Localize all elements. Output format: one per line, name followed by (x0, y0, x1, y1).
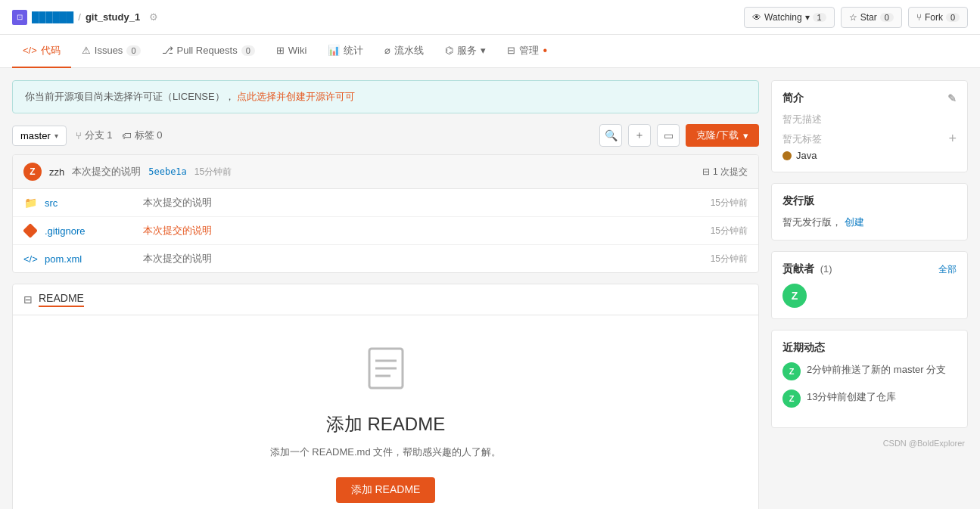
clone-dropdown-icon: ▾ (743, 130, 748, 141)
tab-wiki[interactable]: ⊞ Wiki (266, 35, 318, 68)
lang-dot-icon (782, 151, 792, 160)
file-commit-gitignore: 本次提交的说明 (143, 224, 703, 237)
readme-section: ⊟ README 添加 README 添加一个 README.md 文件，帮助感… (12, 284, 759, 509)
release-title: 发行版 (782, 194, 957, 208)
tags-stat: 🏷 标签 0 (122, 129, 163, 142)
activity-text-1: 2分钟前推送了新的 master 分支 (807, 362, 946, 377)
readme-big-icon (28, 346, 743, 400)
tab-manage-label: 管理 (519, 44, 539, 57)
settings-icon[interactable]: ⚙ (149, 11, 158, 23)
readme-body: 添加 README 添加一个 README.md 文件，帮助感兴趣的人了解。 添… (13, 315, 758, 509)
watching-label: Watching (764, 12, 802, 23)
username[interactable]: ██████ (32, 11, 73, 23)
issues-badge: 0 (126, 45, 140, 56)
contributors-all-link[interactable]: 全部 (938, 263, 957, 276)
file-name-gitignore[interactable]: .gitignore (45, 225, 135, 237)
contributors-title: 贡献者 (782, 262, 814, 275)
file-table: Z zzh 本次提交的说明 5eebe1a 15分钟前 ⊟ 1 次提交 📁 sr… (12, 154, 759, 273)
add-readme-button[interactable]: 添加 README (336, 477, 436, 503)
content-left: 你当前开源项目尚未选择许可证（LICENSE）， 点此选择并创建开源许可可 ma… (12, 80, 759, 509)
watching-count: 1 (813, 13, 826, 22)
contributor-avatar[interactable]: Z (782, 284, 807, 308)
readme-header: ⊟ README (13, 284, 758, 315)
clone-button[interactable]: 克隆/下载 ▾ (686, 124, 759, 147)
file-commit-src: 本次提交的说明 (143, 196, 703, 209)
commit-count: ⊟ 1 次提交 (702, 166, 748, 178)
commit-time: 15分钟前 (194, 166, 232, 178)
eye-icon: 👁 (752, 12, 761, 23)
tab-pipeline[interactable]: ⌀ 流水线 (374, 35, 434, 68)
fork-button[interactable]: ⑂ Fork 0 (908, 7, 968, 28)
app-icon-symbol: ⊡ (17, 13, 23, 21)
star-label: Star (860, 12, 877, 23)
tab-wiki-label: Wiki (288, 45, 307, 56)
add-file-button[interactable]: ＋ (628, 124, 651, 147)
sidebar: 简介 ✎ 暂无描述 暂无标签 + Java 发行版 暂无发行版， 创建 (771, 80, 968, 509)
intro-section: 简介 ✎ 暂无描述 暂无标签 + Java (771, 80, 968, 172)
pulls-badge: 0 (241, 45, 255, 56)
intro-title-text: 简介 (782, 92, 804, 105)
star-button[interactable]: ☆ Star 0 (841, 7, 902, 28)
tag-icon: 🏷 (122, 130, 132, 141)
nav-tabs: </> 代码 ⚠ Issues 0 ⎇ Pull Requests 0 ⊞ Wi… (0, 35, 980, 68)
no-tags-text: 暂无标签 (782, 132, 822, 146)
add-tag-button[interactable]: + (948, 131, 957, 147)
commit-hash[interactable]: 5eebe1a (148, 166, 187, 177)
activity-avatar-2: Z (782, 390, 801, 408)
branches-label: 分支 1 (85, 129, 113, 142)
edit-intro-icon[interactable]: ✎ (947, 92, 957, 104)
contributors-title-wrap: 贡献者 (1) (782, 262, 832, 276)
file-name-src[interactable]: src (45, 197, 135, 209)
branches-stat: ⑂ 分支 1 (76, 129, 113, 142)
tab-code[interactable]: </> 代码 (12, 35, 71, 68)
tags-row: 暂无标签 + (782, 131, 957, 147)
tab-pulls[interactable]: ⎇ Pull Requests 0 (151, 35, 266, 68)
intro-title: 简介 ✎ (782, 92, 957, 105)
release-title-text: 发行版 (782, 194, 814, 208)
banner-text: 你当前开源项目尚未选择许可证（LICENSE）， (25, 91, 235, 102)
create-release-link[interactable]: 创建 (845, 216, 864, 228)
watching-button[interactable]: 👁 Watching ▾ 1 (744, 7, 835, 28)
readme-header-title: README (39, 292, 84, 307)
terminal-icon: ▭ (664, 129, 674, 141)
tab-manage[interactable]: ⊟ 管理 • (496, 35, 558, 68)
readme-add-title: 添加 README (28, 412, 743, 436)
folder-icon: 📁 (23, 197, 37, 209)
banner-link[interactable]: 点此选择并创建开源许可可 (237, 91, 355, 102)
activity-title: 近期动态 (782, 341, 957, 355)
no-release-text: 暂无发行版， (782, 216, 842, 228)
breadcrumb-separator: / (78, 11, 81, 23)
table-row: 📁 src 本次提交的说明 15分钟前 (13, 189, 758, 217)
file-name-pom[interactable]: pom.xml (45, 253, 135, 265)
activity-text-2: 13分钟前创建了仓库 (807, 390, 896, 405)
tab-stats-label: 统计 (344, 44, 363, 57)
watching-dropdown-icon: ▾ (805, 12, 810, 23)
tab-issues[interactable]: ⚠ Issues 0 (71, 35, 151, 68)
app-icon: ⊡ (12, 10, 27, 25)
topbar: ⊡ ██████ / git_study_1 ⚙ 👁 Watching ▾ 1 … (0, 0, 980, 35)
readme-description: 添加一个 README.md 文件，帮助感兴趣的人了解。 (28, 445, 743, 459)
tags-label: 标签 0 (135, 129, 163, 142)
activity-title-text: 近期动态 (782, 341, 825, 355)
plus-icon: ＋ (634, 129, 645, 142)
no-desc-text: 暂无描述 (782, 113, 957, 126)
main-content: 你当前开源项目尚未选择许可证（LICENSE）， 点此选择并创建开源许可可 ma… (0, 68, 980, 509)
repo-name[interactable]: git_study_1 (86, 11, 140, 23)
tab-stats[interactable]: 📊 统计 (317, 35, 374, 68)
contributors-count: (1) (820, 263, 832, 275)
pulls-icon: ⎇ (162, 45, 173, 56)
language-row: Java (782, 150, 957, 161)
branch-name: master (20, 130, 51, 141)
code-icon: </> (23, 45, 37, 56)
branch-selector[interactable]: master ▾ (12, 126, 67, 146)
terminal-button[interactable]: ▭ (657, 124, 680, 147)
lang-label: Java (796, 150, 817, 161)
commit-author-avatar: Z (23, 163, 42, 181)
csdn-credit: CSDN @BoldExplorer (771, 439, 968, 448)
search-button[interactable]: 🔍 (599, 124, 622, 147)
tab-service[interactable]: ⌬ 服务 ▾ (434, 35, 496, 68)
file-time-gitignore: 15分钟前 (711, 225, 748, 237)
pipeline-icon: ⌀ (384, 45, 390, 56)
tab-code-label: 代码 (41, 44, 61, 57)
breadcrumb: ⊡ ██████ / git_study_1 ⚙ (12, 10, 158, 25)
